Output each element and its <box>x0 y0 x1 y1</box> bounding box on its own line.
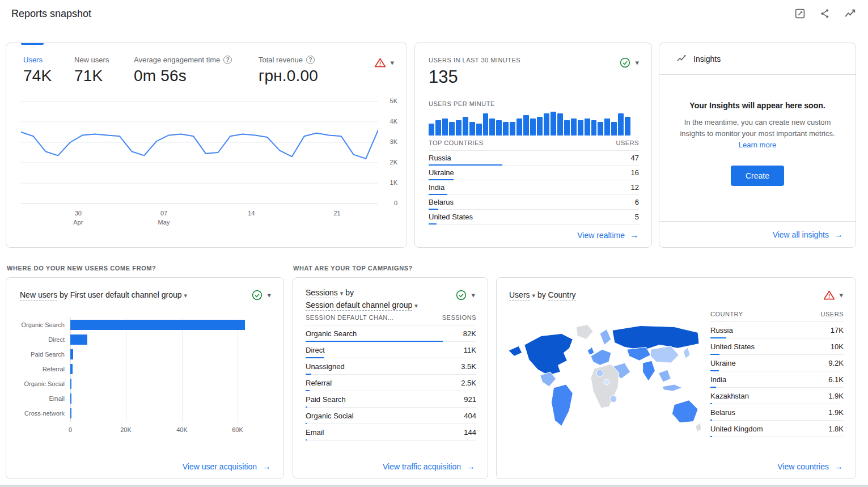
row-value: 9.2K <box>828 359 844 367</box>
users-by-country-card: Users ▾ by Country ▾ <box>496 277 856 479</box>
row-value: 17K <box>831 326 844 334</box>
row-value: 16 <box>631 168 639 177</box>
metric-dropdown[interactable]: Sessions <box>306 288 338 298</box>
x-axis-tick: 20K <box>116 426 136 433</box>
arrow-right-icon: → <box>834 461 843 472</box>
sessions-by-channel-card: Sessions ▾ by Session default channel gr… <box>293 277 488 479</box>
realtime-country-row: United States5 <box>429 210 639 225</box>
minute-bar <box>469 122 475 135</box>
new-users-bar-chart: Organic SearchDirectPaid SearchReferralO… <box>12 313 274 444</box>
view-countries-link[interactable]: View countries→ <box>777 461 843 472</box>
x-axis-tick: 14 <box>240 209 262 218</box>
metric-tab-total-revenue[interactable]: Total revenue? грн.0.00 <box>259 56 318 85</box>
countries-table: COUNTRY USERS Russia17KUnited States10KU… <box>710 311 844 437</box>
row-label: Paid Search <box>306 395 346 404</box>
realtime-country-row: India12 <box>429 180 639 195</box>
reports-snapshot-page: Reports snapshot Users 74K New users 71K… <box>0 0 868 487</box>
chevron-down-icon[interactable]: ▾ <box>635 59 639 66</box>
title-text: by <box>537 290 546 299</box>
chevron-down-icon[interactable]: ▾ <box>267 291 271 299</box>
help-icon[interactable]: ? <box>223 56 232 64</box>
bar-track <box>70 362 274 376</box>
new-users-acquisition-card: New users by First user default channel … <box>6 277 284 479</box>
chevron-down-icon[interactable]: ▾ <box>340 290 344 297</box>
channel-row: Unassigned3.5K <box>306 358 476 375</box>
card-actions: ▾ <box>251 289 271 301</box>
overview-metrics-card: Users 74K New users 71K Average engageme… <box>6 43 407 248</box>
row-label: Belarus <box>429 198 454 206</box>
minute-bar <box>489 118 495 135</box>
row-label: United Kingdom <box>710 425 763 433</box>
row-value: 82K <box>463 329 476 338</box>
page-title: Reports snapshot <box>11 8 91 20</box>
metric-dropdown[interactable]: Users <box>509 290 530 300</box>
view-all-insights-link[interactable]: View all insights→ <box>773 230 843 240</box>
minute-bar <box>449 122 455 135</box>
country-row: Belarus1.9K <box>710 404 844 421</box>
bar-row: Direct <box>12 332 274 347</box>
create-insight-button[interactable]: Create <box>731 166 784 186</box>
view-traffic-acquisition-link[interactable]: View traffic acquisition→ <box>383 461 475 472</box>
country-row: Kazakhstan1.9K <box>710 388 844 404</box>
minute-bar <box>442 118 448 135</box>
data-quality-ok-icon[interactable] <box>455 289 467 301</box>
realtime-country-row: Belarus6 <box>429 195 639 210</box>
chevron-down-icon[interactable]: ▾ <box>414 302 418 309</box>
metric-dropdown[interactable]: New users <box>20 290 57 300</box>
users-per-minute-label: USERS PER MINUTE <box>429 100 495 107</box>
row-trend-bar <box>429 223 437 225</box>
customize-report-icon[interactable] <box>793 7 807 20</box>
x-axis-tick: 30Apr <box>67 209 90 227</box>
bar <box>70 320 245 330</box>
section-label-new-users: WHERE DO YOUR NEW USERS COME FROM? <box>7 265 156 272</box>
realtime-card: USERS IN LAST 30 MINUTES 135 ▾ USERS PER… <box>414 43 652 248</box>
chevron-down-icon[interactable]: ▾ <box>184 292 188 299</box>
row-label: Russia <box>429 154 451 162</box>
help-icon[interactable]: ? <box>306 56 315 64</box>
row-label: India <box>429 183 444 192</box>
country-row: Ukraine9.2K <box>710 355 844 371</box>
metric-tab-avg-engagement-time[interactable]: Average engagement time? 0m 56s <box>134 56 232 85</box>
minute-bar <box>516 118 522 135</box>
insights-header: Insights <box>659 43 856 75</box>
metric-tab-users[interactable]: Users 74K <box>23 56 52 85</box>
y-axis-tick: 5K <box>390 98 397 104</box>
minute-bar <box>585 118 590 135</box>
metric-tab-new-users[interactable]: New users 71K <box>74 56 109 85</box>
view-realtime-link[interactable]: View realtime→ <box>577 230 639 240</box>
insights-icon <box>674 52 688 66</box>
data-quality-warning-icon[interactable] <box>823 289 835 301</box>
bar-track <box>70 332 274 347</box>
insights-title: Insights <box>693 54 721 63</box>
bar-track <box>70 406 274 421</box>
chevron-down-icon[interactable]: ▾ <box>839 291 843 299</box>
card-title: Users ▾ by Country <box>509 290 576 299</box>
chevron-down-icon[interactable]: ▾ <box>390 59 394 66</box>
insights-body: Your Insights will appear here soon. In … <box>659 75 856 186</box>
data-quality-warning-icon[interactable] <box>374 57 386 69</box>
chevron-down-icon[interactable]: ▾ <box>471 291 475 299</box>
data-quality-ok-icon[interactable] <box>251 289 263 301</box>
row-label: Referral <box>306 379 332 387</box>
bar-track <box>70 347 274 362</box>
row-label: Ukraine <box>710 359 736 367</box>
chevron-down-icon[interactable]: ▾ <box>532 292 535 299</box>
x-axis-tick: 40K <box>172 426 192 433</box>
minute-bar <box>564 120 570 135</box>
insights-icon[interactable] <box>843 7 857 20</box>
row-trend-bar <box>710 436 712 437</box>
learn-more-link[interactable]: Learn more <box>739 141 776 149</box>
view-user-acquisition-link[interactable]: View user acquisition→ <box>183 461 271 472</box>
row-label: United States <box>710 342 755 351</box>
share-icon[interactable] <box>818 7 832 20</box>
minute-bar <box>571 118 577 135</box>
dimension-dropdown[interactable]: Session default channel group <box>306 300 412 311</box>
x-axis-tick: 60K <box>228 426 247 433</box>
column-channel: SESSION DEFAULT CHAN... <box>306 314 393 321</box>
minute-bar <box>618 113 624 135</box>
dimension-dropdown[interactable]: Country <box>548 290 576 300</box>
data-quality-ok-icon[interactable] <box>619 57 631 69</box>
column-users: USERS <box>821 311 844 317</box>
row-label: Unassigned <box>306 362 345 371</box>
minute-bar <box>456 120 461 135</box>
